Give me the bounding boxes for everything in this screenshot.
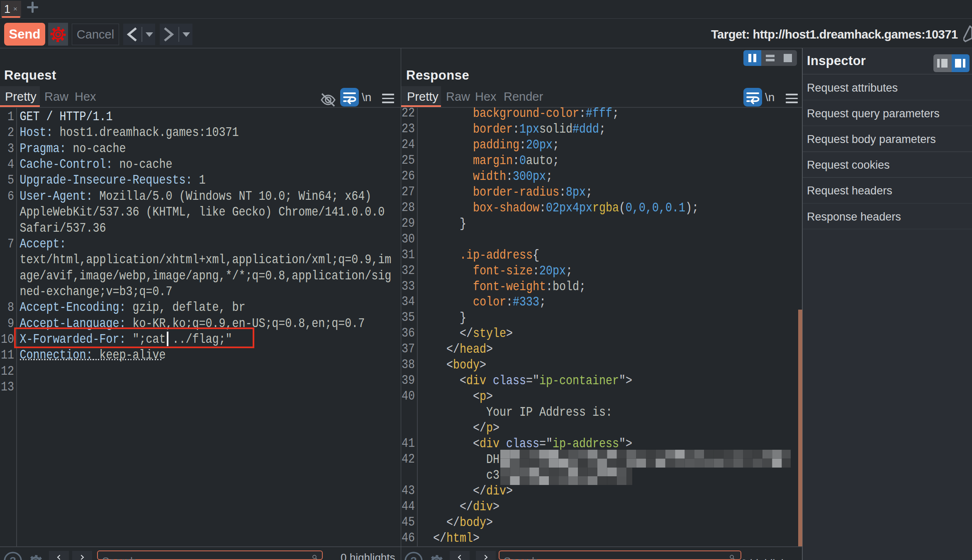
svg-text:?: ? [410,555,417,560]
svg-text:?: ? [10,555,16,560]
